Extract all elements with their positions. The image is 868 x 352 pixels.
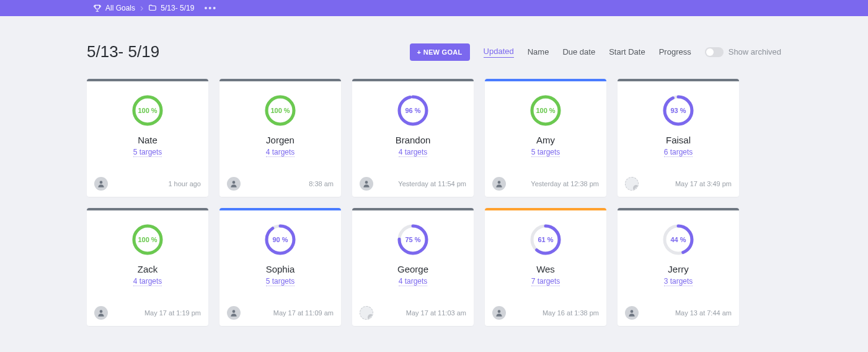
progress-ring: 61 % [530, 224, 561, 255]
content: 5/13- 5/19 + NEW GOAL Updated Name Due d… [0, 16, 868, 326]
goal-name: Zack [138, 264, 158, 274]
svg-point-5 [232, 181, 236, 184]
goal-card-footer: Yesterday at 12:38 pm [492, 177, 599, 191]
svg-point-24 [498, 310, 501, 313]
goal-card[interactable]: 100 %Zack4 targetsMay 17 at 1:19 pm [87, 208, 208, 326]
svg-point-2 [100, 181, 103, 184]
goal-timestamp: Yesterday at 11:54 pm [398, 180, 466, 187]
goal-card[interactable]: 100 %Amy5 targetsYesterday at 12:38 pm [485, 79, 606, 197]
svg-point-19 [232, 310, 236, 313]
sort-due-date[interactable]: Due date [562, 47, 595, 56]
goal-timestamp: May 17 at 1:19 pm [144, 309, 201, 317]
goal-card[interactable]: 100 %Nate5 targets1 hour ago [87, 79, 208, 197]
goal-targets-link[interactable]: 5 targets [531, 148, 560, 157]
svg-point-16 [100, 310, 103, 313]
breadcrumb-root[interactable]: All Goals [87, 0, 141, 16]
goal-card[interactable]: 44 %Jerry3 targetsMay 13 at 7:44 am [618, 208, 739, 326]
goal-card[interactable]: 100 %Jorgen4 targets8:38 am [219, 79, 341, 197]
progress-ring: 96 % [397, 95, 428, 126]
goal-card-footer: 8:38 am [227, 177, 334, 191]
goal-card-footer: May 13 at 7:44 am [625, 306, 732, 320]
goal-name: Amy [536, 135, 555, 145]
breadcrumb-folder-label: 5/13- 5/19 [161, 4, 194, 12]
progress-label: 44 % [663, 224, 694, 255]
progress-label: 100 % [265, 95, 296, 126]
goal-card[interactable]: 90 %Sophia5 targetsMay 17 at 11:09 am [219, 208, 341, 326]
goal-targets-link[interactable]: 5 targets [266, 277, 295, 286]
assignee-avatar[interactable] [360, 177, 373, 191]
assignee-avatar[interactable] [94, 306, 108, 320]
assignee-avatar[interactable] [492, 306, 506, 320]
sort-start-date[interactable]: Start Date [609, 47, 645, 56]
goal-targets-link[interactable]: 4 targets [133, 277, 162, 286]
progress-ring: 90 % [265, 224, 296, 255]
svg-point-8 [365, 181, 368, 184]
progress-ring: 100 % [132, 224, 163, 255]
progress-label: 100 % [132, 224, 163, 255]
progress-ring: 100 % [265, 95, 296, 126]
breadcrumb-more-icon[interactable]: ••• [200, 3, 221, 13]
goal-targets-link[interactable]: 4 targets [266, 148, 295, 157]
goal-card[interactable]: 61 %Wes7 targetsMay 16 at 1:38 pm [485, 208, 606, 326]
show-archived-toggle-wrap: Show archived [705, 47, 781, 57]
new-goal-button[interactable]: + NEW GOAL [410, 43, 470, 61]
goal-timestamp: May 17 at 11:09 am [273, 309, 334, 317]
folder-icon [148, 4, 157, 12]
goal-targets-link[interactable]: 6 targets [664, 148, 693, 157]
assignee-avatar[interactable] [625, 306, 639, 320]
goal-card[interactable]: 96 %Brandon4 targetsYesterday at 11:54 p… [352, 79, 474, 197]
topbar: All Goals › 5/13- 5/19 ••• [0, 0, 868, 16]
goal-name: Wes [536, 264, 555, 274]
goal-targets-link[interactable]: 7 targets [531, 277, 560, 286]
progress-ring: 93 % [663, 95, 694, 126]
goal-card[interactable]: 93 %Faisal6 targetsMay 17 at 3:49 pm [618, 79, 739, 197]
toolbar: + NEW GOAL Updated Name Due date Start D… [410, 43, 781, 61]
assignee-avatar[interactable] [94, 177, 108, 191]
progress-label: 96 % [397, 95, 428, 126]
progress-label: 93 % [663, 95, 694, 126]
svg-point-11 [498, 181, 501, 184]
goal-card-footer: Yesterday at 11:54 pm [360, 177, 466, 191]
goal-card-footer: May 17 at 11:09 am [227, 306, 334, 320]
goal-timestamp: May 17 at 11:03 am [406, 309, 466, 317]
show-archived-toggle[interactable] [705, 47, 724, 57]
breadcrumb-folder[interactable]: 5/13- 5/19 [142, 0, 200, 16]
goal-card[interactable]: 75 %George4 targetsMay 17 at 11:03 am [352, 208, 474, 326]
sort-updated[interactable]: Updated [484, 47, 514, 58]
assignee-avatar[interactable] [360, 306, 373, 320]
progress-label: 100 % [132, 95, 163, 126]
goal-targets-link[interactable]: 4 targets [399, 277, 428, 286]
breadcrumb-root-label: All Goals [105, 4, 135, 12]
goal-timestamp: 8:38 am [309, 180, 334, 187]
sort-progress[interactable]: Progress [659, 47, 691, 56]
sort-name[interactable]: Name [528, 47, 549, 56]
progress-label: 100 % [530, 95, 561, 126]
goal-card-footer: May 17 at 11:03 am [360, 306, 466, 320]
trophy-icon [93, 4, 102, 12]
goal-name: Nate [138, 135, 157, 145]
progress-ring: 100 % [530, 95, 561, 126]
progress-label: 61 % [530, 224, 561, 255]
goal-card-footer: May 17 at 1:19 pm [94, 306, 201, 320]
goal-timestamp: May 16 at 1:38 pm [542, 309, 599, 317]
goal-grid: 100 %Nate5 targets1 hour ago100 %Jorgen4… [87, 79, 781, 326]
goal-timestamp: May 13 at 7:44 am [675, 309, 732, 317]
progress-label: 90 % [265, 224, 296, 255]
assignee-avatar[interactable] [625, 177, 639, 191]
goal-targets-link[interactable]: 5 targets [133, 148, 162, 157]
progress-ring: 44 % [663, 224, 694, 255]
goal-name: Sophia [266, 264, 295, 274]
goal-timestamp: Yesterday at 12:38 pm [531, 180, 599, 187]
page-title: 5/13- 5/19 [87, 42, 159, 61]
goal-card-footer: 1 hour ago [94, 177, 201, 191]
goal-name: Faisal [666, 135, 691, 145]
goal-timestamp: May 17 at 3:49 pm [675, 180, 732, 187]
goal-name: George [397, 264, 428, 274]
goal-card-footer: May 17 at 3:49 pm [625, 177, 732, 191]
assignee-avatar[interactable] [227, 177, 241, 191]
assignee-avatar[interactable] [492, 177, 506, 191]
goal-targets-link[interactable]: 4 targets [399, 148, 428, 157]
assignee-avatar[interactable] [227, 306, 241, 320]
goal-targets-link[interactable]: 3 targets [664, 277, 693, 286]
progress-ring: 75 % [397, 224, 428, 255]
